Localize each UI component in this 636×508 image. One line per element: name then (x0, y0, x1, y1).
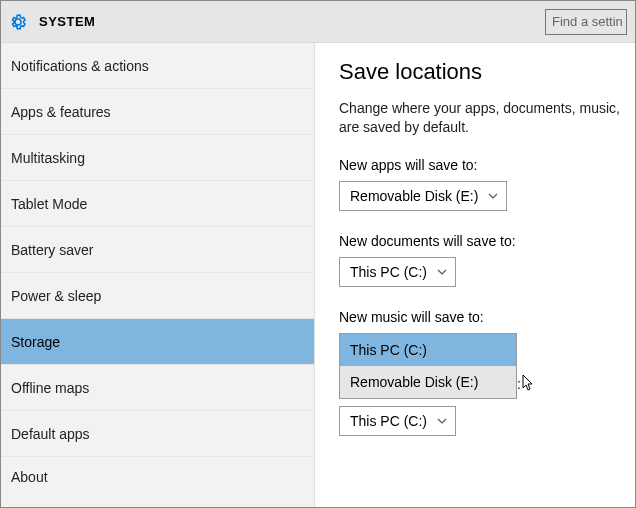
extra-dropdown[interactable]: This PC (C:) (339, 406, 456, 436)
mouse-cursor-icon (521, 374, 535, 392)
music-option-removable[interactable]: Removable Disk (E:) (340, 366, 516, 398)
sidebar-item-apps[interactable]: Apps & features (1, 89, 314, 135)
sidebar-item-label: Default apps (11, 426, 90, 442)
chevron-down-icon (437, 267, 447, 277)
option-label: This PC (C:) (350, 342, 427, 358)
sidebar-item-label: Notifications & actions (11, 58, 149, 74)
main-panel: Save locations Change where your apps, d… (315, 43, 635, 507)
dropdown-value: This PC (C:) (350, 264, 427, 280)
music-option-this-pc[interactable]: This PC (C:) (340, 334, 516, 366)
sidebar-item-label: Multitasking (11, 150, 85, 166)
option-label: Removable Disk (E:) (350, 374, 478, 390)
sidebar-item-label: About (11, 469, 48, 485)
music-dropdown-options: This PC (C:) Removable Disk (E:) (339, 333, 517, 399)
sidebar-item-default-apps[interactable]: Default apps (1, 411, 314, 457)
sidebar-item-label: Battery saver (11, 242, 93, 258)
sidebar-item-power[interactable]: Power & sleep (1, 273, 314, 319)
page-description: Change where your apps, documents, music… (339, 99, 635, 137)
sidebar: Notifications & actions Apps & features … (1, 43, 315, 507)
page-title: Save locations (339, 59, 635, 85)
apps-dropdown[interactable]: Removable Disk (E:) (339, 181, 507, 211)
sidebar-item-label: Tablet Mode (11, 196, 87, 212)
search-placeholder: Find a settin (552, 14, 623, 29)
window-title: SYSTEM (39, 14, 95, 29)
documents-label: New documents will save to: (339, 233, 635, 249)
layout: Notifications & actions Apps & features … (1, 43, 635, 507)
gear-icon (9, 13, 27, 31)
sidebar-item-notifications[interactable]: Notifications & actions (1, 43, 314, 89)
dropdown-value: This PC (C:) (350, 413, 427, 429)
header-bar: SYSTEM Find a settin (1, 1, 635, 43)
apps-label: New apps will save to: (339, 157, 635, 173)
sidebar-item-about[interactable]: About (1, 457, 314, 497)
sidebar-item-storage[interactable]: Storage (1, 319, 314, 365)
sidebar-item-label: Power & sleep (11, 288, 101, 304)
search-input[interactable]: Find a settin (545, 9, 627, 35)
chevron-down-icon (437, 416, 447, 426)
sidebar-item-battery[interactable]: Battery saver (1, 227, 314, 273)
music-label: New music will save to: (339, 309, 635, 325)
sidebar-item-label: Storage (11, 334, 60, 350)
chevron-down-icon (488, 191, 498, 201)
sidebar-item-tablet-mode[interactable]: Tablet Mode (1, 181, 314, 227)
sidebar-item-label: Apps & features (11, 104, 111, 120)
sidebar-item-offline-maps[interactable]: Offline maps (1, 365, 314, 411)
dropdown-value: Removable Disk (E:) (350, 188, 478, 204)
documents-dropdown[interactable]: This PC (C:) (339, 257, 456, 287)
sidebar-item-label: Offline maps (11, 380, 89, 396)
sidebar-item-multitasking[interactable]: Multitasking (1, 135, 314, 181)
